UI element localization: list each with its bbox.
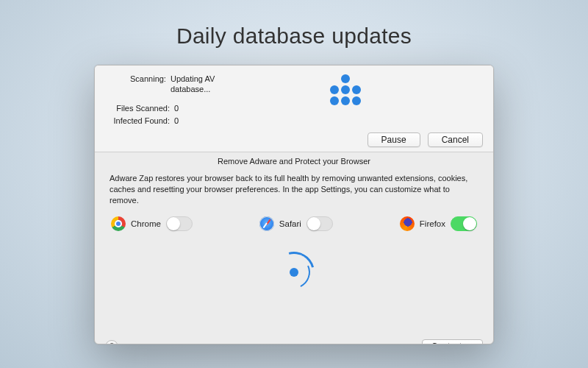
infected-found-label: Infected Found:: [105, 116, 170, 126]
firefox-label: Firefox: [420, 219, 445, 228]
firefox-toggle[interactable]: [451, 216, 477, 231]
chrome-label: Chrome: [131, 219, 161, 228]
safari-toggle[interactable]: [306, 216, 333, 231]
browser-firefox: Firefox: [400, 216, 477, 231]
infected-found-value: 0: [174, 116, 179, 126]
cancel-button[interactable]: Cancel: [428, 132, 483, 147]
chrome-toggle[interactable]: [166, 216, 193, 231]
scan-progress-icon: [330, 74, 361, 105]
browser-toggles: Chrome Safari Firefox: [110, 216, 478, 231]
scanning-label: Scanning:: [105, 74, 166, 94]
contact-us-button[interactable]: Contact us: [422, 339, 483, 344]
browser-chrome: Chrome: [111, 216, 193, 231]
browser-safari: Safari: [259, 216, 333, 231]
main-content: Remove Adware and Protect your Browser A…: [95, 152, 493, 344]
page-title: Daily database updates: [0, 24, 588, 49]
safari-label: Safari: [279, 219, 301, 228]
files-scanned-label: Files Scanned:: [105, 103, 170, 113]
help-button[interactable]: ?: [105, 340, 118, 344]
scan-panel: Scanning: Updating AV database... Files …: [95, 66, 493, 152]
scan-stats: Scanning: Updating AV database... Files …: [105, 71, 252, 128]
scanning-status: Updating AV database...: [171, 74, 252, 94]
files-scanned-value: 0: [174, 103, 179, 113]
safari-icon: [259, 216, 274, 231]
section-header: Remove Adware and Protect your Browser: [110, 157, 478, 166]
firefox-icon: [400, 216, 415, 231]
chrome-icon: [111, 216, 126, 231]
description-text: Adware Zap restores your browser back to…: [110, 173, 478, 206]
pause-button[interactable]: Pause: [368, 132, 420, 147]
app-window: Scanning: Updating AV database... Files …: [94, 65, 494, 344]
loading-spinner-icon: [273, 252, 315, 293]
